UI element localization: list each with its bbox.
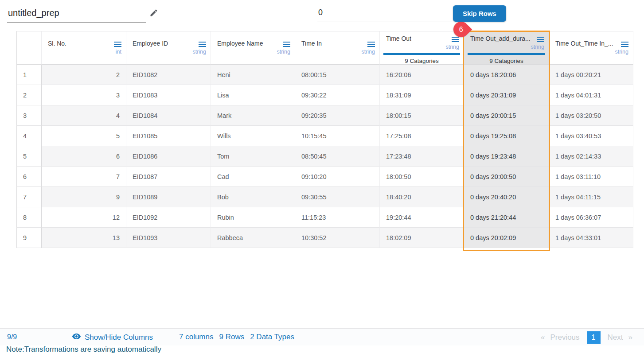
column-menu-icon[interactable] <box>367 42 375 43</box>
rows-count-label: 9 Rows <box>219 333 244 341</box>
edit-pencil-icon[interactable] <box>149 8 158 19</box>
table-cell: Rabbeca <box>211 228 295 248</box>
table-cell: 18:40:20 <box>380 187 464 207</box>
column-header-sl-no: Sl. No.int <box>42 31 126 65</box>
table-cell: Heni <box>211 65 295 85</box>
previous-page-button[interactable]: « Previous <box>541 333 580 342</box>
table-cell: Rubin <box>211 207 295 228</box>
row-number: 8 <box>16 207 42 228</box>
column-title: Time Out_Time In_... <box>555 40 613 47</box>
table-cell: 0 days 21:20:44 <box>464 207 549 228</box>
column-title: Time In <box>301 40 322 47</box>
table-cell: 18:00:50 <box>380 167 464 187</box>
table-cell: 18:31:09 <box>380 85 464 105</box>
column-title: Sl. No. <box>48 40 66 47</box>
column-type-label: string <box>211 49 295 55</box>
table-cell: 1 days 03:40:53 <box>549 126 633 146</box>
table-cell: EID1087 <box>126 167 211 187</box>
row-number: 2 <box>16 85 42 105</box>
category-count-label: 9 Catagories <box>380 58 464 64</box>
column-menu-icon[interactable] <box>537 37 544 38</box>
skip-rows-button[interactable]: Skip Rows <box>453 5 506 22</box>
table-cell: Bob <box>211 187 295 207</box>
table-cell: 1 days 00:20:21 <box>549 65 633 85</box>
columns-count-label: 7 columns <box>179 333 213 341</box>
table-cell: 12 <box>42 207 126 228</box>
table-cell: 1 days 03:20:50 <box>549 105 633 126</box>
table-cell: 08:50:45 <box>295 146 380 167</box>
table-cell: 0 days 19:23:48 <box>464 146 549 167</box>
table-corner-cell <box>16 31 42 65</box>
table-cell: 17:23:48 <box>380 146 464 167</box>
column-title: Employee Name <box>217 40 263 47</box>
table-cell: EID1084 <box>126 105 211 126</box>
next-label: Next <box>608 333 623 342</box>
table-cell: 0 days 20:40:20 <box>464 187 549 207</box>
table-cell: 6 <box>42 146 126 167</box>
row-number: 1 <box>16 65 42 85</box>
column-menu-icon[interactable] <box>114 42 121 43</box>
column-title: Employee ID <box>133 40 168 47</box>
autosave-note: Note:Transformations are saving automati… <box>6 345 161 354</box>
skip-rows-input[interactable] <box>317 5 452 22</box>
table-cell: 1 days 06:36:07 <box>549 207 633 228</box>
table-cell: 09:30:55 <box>295 187 380 207</box>
row-number: 4 <box>16 126 42 146</box>
table-stats: 7 columns 9 Rows 2 Data Types <box>179 333 294 341</box>
column-header-time-out-time-in: Time Out_Time In_...string <box>549 31 633 65</box>
column-type-label: int <box>42 49 126 55</box>
table-cell: 09:20:35 <box>295 105 380 126</box>
prep-name-input[interactable] <box>7 5 146 23</box>
column-menu-icon[interactable] <box>621 42 628 43</box>
show-hide-label: Show/Hide Columns <box>85 333 153 342</box>
category-bar <box>468 53 545 55</box>
table-cell: Mark <box>211 105 295 126</box>
column-menu-icon[interactable] <box>283 42 290 43</box>
table-cell: EID1092 <box>126 207 211 228</box>
column-header-time-out: Time Outstring9 Catagories <box>380 31 464 65</box>
table-cell: 1 days 04:33:01 <box>549 228 633 248</box>
table-cell: 18:00:15 <box>380 105 464 126</box>
row-number: 9 <box>16 228 42 248</box>
show-hide-columns-button[interactable]: Show/Hide Columns <box>72 332 153 343</box>
table-cell: Tom <box>211 146 295 167</box>
table-cell: EID1082 <box>126 65 211 85</box>
table-cell: 09:10:20 <box>295 167 380 187</box>
table-cell: 10:30:52 <box>295 228 380 248</box>
column-menu-icon[interactable] <box>452 37 459 38</box>
table-cell: Lisa <box>211 85 295 105</box>
pagination: « Previous 1 Next » <box>541 331 632 344</box>
table-cell: 3 <box>42 85 126 105</box>
table-cell: 10:15:45 <box>295 126 380 146</box>
column-menu-icon[interactable] <box>199 42 206 43</box>
table-cell: EID1085 <box>126 126 211 146</box>
data-prep-app: Skip Rows Sl. No.intEmployee IDstringEmp… <box>0 0 644 357</box>
table-cell: 0 days 20:00:50 <box>464 167 549 187</box>
table-cell: 0 days 19:25:08 <box>464 126 549 146</box>
column-header-time-out-add-dura: Time Out_add_dura...string9 Catagories <box>464 31 549 65</box>
table-cell: EID1086 <box>126 146 211 167</box>
table-cell: 1 days 03:11:10 <box>549 167 633 187</box>
table-cell: 11:15:23 <box>295 207 380 228</box>
column-type-label: string <box>464 44 549 50</box>
table-cell: 5 <box>42 126 126 146</box>
next-page-button[interactable]: Next » <box>608 333 632 342</box>
previous-label: Previous <box>550 333 579 342</box>
column-title: Time Out_add_dura... <box>470 35 531 42</box>
table-cell: 08:00:15 <box>295 65 380 85</box>
visible-rows-count: 9/9 <box>7 333 17 341</box>
column-type-label: string <box>380 44 464 50</box>
column-type-label: string <box>549 49 633 55</box>
column-type-label: string <box>295 49 379 55</box>
row-number: 6 <box>16 167 42 187</box>
column-type-label: string <box>126 49 211 55</box>
table-cell: Cad <box>211 167 295 187</box>
table-cell: 2 <box>42 65 126 85</box>
table-cell: 17:25:08 <box>380 126 464 146</box>
page-1-button[interactable]: 1 <box>587 331 601 344</box>
data-types-label: 2 Data Types <box>250 333 294 341</box>
table-cell: EID1083 <box>126 85 211 105</box>
table-cell: 1 days 04:01:31 <box>549 85 633 105</box>
badge-count: 6 <box>459 26 463 34</box>
category-bar <box>383 53 460 55</box>
